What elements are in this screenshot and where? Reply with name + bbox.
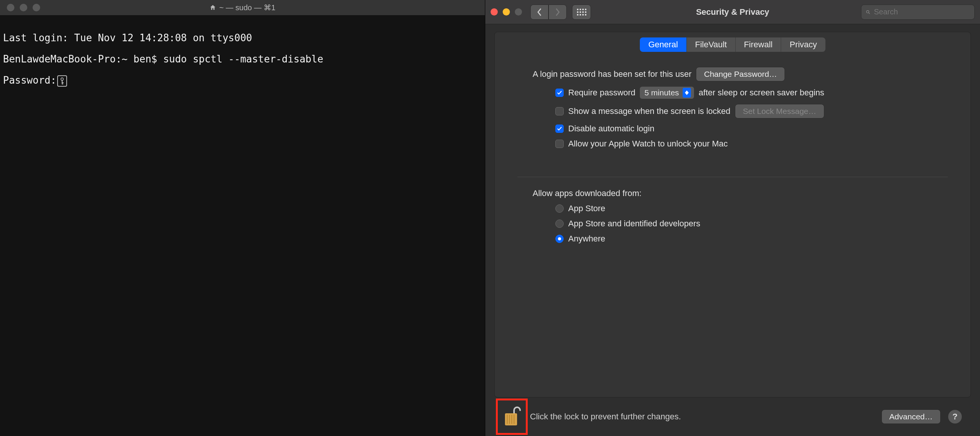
check-icon <box>557 90 562 95</box>
system-preferences-window: Security & Privacy General FileVault Fir… <box>485 0 980 436</box>
set-lock-message-button: Set Lock Message… <box>735 104 824 119</box>
chevron-left-icon <box>536 8 542 16</box>
password-label: Password: <box>3 75 56 86</box>
prefs-minimize-button[interactable] <box>503 8 510 16</box>
radio-identified-developers[interactable] <box>555 219 564 228</box>
prefs-toolbar: Security & Privacy <box>485 0 980 24</box>
terminal-line-lastlogin: Last login: Tue Nov 12 14:28:08 on ttys0… <box>3 33 482 43</box>
show-all-button[interactable] <box>572 5 591 20</box>
prefs-footer: Click the lock to prevent further change… <box>494 397 971 436</box>
apple-watch-checkbox[interactable] <box>555 140 564 148</box>
terminal-title: ~ — sudo — ⌘1 <box>210 3 275 12</box>
nav-back-button[interactable] <box>530 5 549 20</box>
lock-help-text: Click the lock to prevent further change… <box>530 412 681 422</box>
require-password-label: Require password <box>568 88 635 98</box>
terminal-title-text: ~ — sudo — ⌘1 <box>220 3 275 12</box>
svg-point-4 <box>866 10 869 13</box>
prefs-close-button[interactable] <box>490 8 498 16</box>
check-icon <box>557 126 562 131</box>
show-message-checkbox[interactable] <box>555 107 564 116</box>
disable-autologin-checkbox[interactable] <box>555 125 564 133</box>
tabbar: General FileVault Firewall Privacy <box>495 38 970 52</box>
change-password-button[interactable]: Change Password… <box>696 67 785 81</box>
radio-anywhere[interactable] <box>555 235 564 243</box>
terminal-body[interactable]: Last login: Tue Nov 12 14:28:08 on ttys0… <box>0 15 485 436</box>
svg-line-5 <box>869 13 870 14</box>
radio-app-store-label: App Store <box>568 204 605 214</box>
tab-filevault[interactable]: FileVault <box>687 38 736 52</box>
tab-general[interactable]: General <box>640 38 686 52</box>
prefs-zoom-button[interactable] <box>515 8 522 16</box>
terminal-window: ~ — sudo — ⌘1 Last login: Tue Nov 12 14:… <box>0 0 485 436</box>
login-section: A login password has been set for this u… <box>495 52 970 165</box>
home-icon <box>210 4 216 11</box>
terminal-minimize-button[interactable] <box>20 4 27 11</box>
prefs-traffic-lights <box>490 8 522 16</box>
login-password-set-text: A login password has been set for this u… <box>533 69 691 79</box>
terminal-close-button[interactable] <box>7 4 14 11</box>
lock-button-highlight[interactable] <box>496 398 528 435</box>
password-delay-select[interactable]: 5 minutes <box>640 87 694 99</box>
disable-autologin-label: Disable automatic login <box>568 124 654 133</box>
allow-apps-section: Allow apps downloaded from: App Store Ap… <box>495 189 970 260</box>
nav-group <box>530 5 567 20</box>
show-message-label: Show a message when the screen is locked <box>568 106 730 116</box>
terminal-zoom-button[interactable] <box>33 4 40 11</box>
terminal-titlebar: ~ — sudo — ⌘1 <box>0 0 485 15</box>
svg-point-0 <box>61 78 64 81</box>
search-input[interactable] <box>874 8 970 16</box>
search-icon <box>866 8 870 16</box>
allow-apps-label: Allow apps downloaded from: <box>533 189 641 198</box>
after-sleep-text: after sleep or screen saver begins <box>698 88 824 98</box>
tab-firewall[interactable]: Firewall <box>736 38 781 52</box>
prefs-body: General FileVault Firewall Privacy A log… <box>485 24 980 436</box>
grid-icon <box>577 9 586 16</box>
require-password-checkbox[interactable] <box>555 89 564 97</box>
svg-rect-6 <box>505 413 517 425</box>
terminal-traffic-lights <box>0 4 40 11</box>
select-stepper-icon <box>682 88 691 98</box>
prefs-panel: General FileVault Firewall Privacy A log… <box>494 32 971 397</box>
key-icon <box>57 75 67 87</box>
terminal-line-password: Password: <box>3 75 482 87</box>
radio-anywhere-label: Anywhere <box>568 234 605 244</box>
help-button[interactable]: ? <box>948 410 962 423</box>
prefs-title: Security & Privacy <box>696 7 769 17</box>
tab-privacy[interactable]: Privacy <box>781 38 825 52</box>
apple-watch-label: Allow your Apple Watch to unlock your Ma… <box>568 139 728 149</box>
radio-app-store[interactable] <box>555 205 564 213</box>
password-delay-value: 5 minutes <box>644 88 679 97</box>
radio-identified-developers-label: App Store and identified developers <box>568 219 700 228</box>
nav-forward-button[interactable] <box>549 5 567 20</box>
section-divider <box>517 177 948 177</box>
advanced-button[interactable]: Advanced… <box>881 409 940 424</box>
chevron-right-icon <box>555 8 561 16</box>
terminal-line-command: BenLawdeMacBook-Pro:~ ben$ sudo spctl --… <box>3 54 482 64</box>
svg-rect-2 <box>62 82 64 83</box>
unlock-icon <box>503 406 521 428</box>
svg-rect-3 <box>62 84 63 84</box>
search-field-wrapper[interactable] <box>861 5 975 20</box>
